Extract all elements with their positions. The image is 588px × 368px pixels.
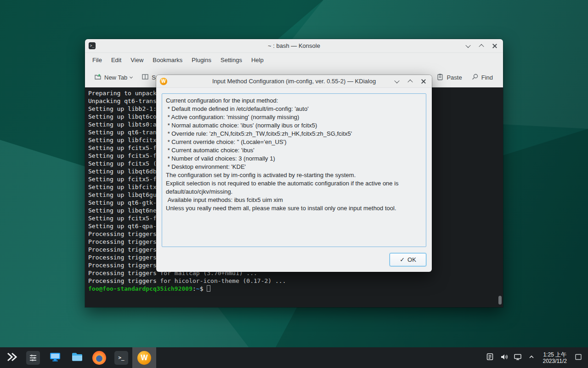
clock-date: 2023/11/2 — [543, 358, 567, 364]
prompt-symbol: $ — [200, 285, 204, 292]
im-config-icon: W — [160, 78, 167, 85]
dialog-message-line: * Desktop environment: 'KDE' — [166, 163, 422, 171]
chevron-down-icon — [130, 75, 133, 78]
dialog-message-line: Current configuration for the input meth… — [166, 97, 422, 105]
dialog-message-line: * Normal automatic choice: 'ibus' (norma… — [166, 121, 422, 130]
find-label: Find — [481, 74, 493, 81]
chevron-up-icon — [407, 79, 413, 84]
chevron-up-icon — [479, 44, 484, 49]
taskbar-item-file-manager[interactable] — [66, 347, 88, 368]
tray-volume-button[interactable] — [497, 347, 511, 368]
dialog-message-line: Unless you really need them all, please … — [166, 204, 422, 213]
show-desktop-icon — [575, 353, 582, 362]
close-icon — [421, 79, 426, 84]
menu-item-settings[interactable]: Settings — [216, 53, 247, 67]
menu-item-file[interactable]: File — [88, 53, 107, 67]
dialog-window-controls — [392, 77, 428, 86]
dialog-message-line: The configuration set by im-config is ac… — [166, 171, 422, 179]
folder-icon — [71, 351, 84, 365]
firefox-icon — [92, 351, 106, 365]
close-button[interactable] — [490, 41, 499, 51]
konsole-icon-glyph: >_ — [118, 355, 124, 361]
chevron-down-icon — [465, 42, 470, 47]
dialog-message-line: * Current override choice: '' (Locale='e… — [166, 138, 422, 146]
kdialog-titlebar[interactable]: W Input Method Configuration (im-config,… — [156, 75, 432, 88]
prompt-separator: : — [192, 285, 196, 292]
dialog-message-line: Explicit selection is not required to en… — [166, 179, 422, 196]
paste-icon — [436, 73, 444, 82]
dialog-message-line: * Active configuration: 'missing' (norma… — [166, 113, 422, 121]
ok-button[interactable]: ✓ OK — [390, 253, 426, 266]
check-icon: ✓ — [400, 256, 405, 263]
prompt-path: ~ — [196, 285, 200, 292]
menu-item-help[interactable]: Help — [247, 53, 268, 67]
paste-button[interactable]: Paste — [433, 70, 465, 85]
monitor-app-icon — [49, 351, 61, 365]
app-launcher-icon — [6, 351, 18, 365]
maximize-button[interactable] — [477, 41, 486, 51]
menu-item-edit[interactable]: Edit — [107, 53, 126, 67]
app-launcher-button[interactable] — [2, 347, 22, 368]
kdialog-window: W Input Method Configuration (im-config,… — [156, 75, 432, 272]
close-icon — [492, 43, 498, 49]
chevron-down-icon — [394, 78, 399, 83]
new-tab-icon — [94, 73, 102, 82]
window-title: ~ : bash — Konsole — [268, 42, 320, 49]
display-icon — [514, 353, 522, 363]
im-config-icon-letter: W — [161, 79, 165, 84]
new-tab-button[interactable]: New Tab — [90, 70, 136, 85]
konsole-icon-glyph: >_ — [90, 44, 95, 48]
konsole-icon: >_ — [89, 42, 96, 49]
taskbar-item-settings-tool[interactable] — [22, 347, 44, 368]
menu-item-plugins[interactable]: Plugins — [187, 53, 216, 67]
dialog-message-line: * Current automatic choice: 'ibus' — [166, 146, 422, 155]
dialog-message-line: * Number of valid choices: 3 (normally 1… — [166, 155, 422, 163]
dialog-title: Input Method Configuration (im-config, v… — [212, 78, 376, 85]
im-config-icon: W — [137, 351, 151, 365]
im-config-icon-letter: W — [141, 354, 147, 362]
dialog-body: Current configuration for the input meth… — [156, 88, 432, 272]
tray-display-button[interactable] — [511, 347, 525, 368]
dialog-message-line: Available input methods: ibus fcitx5 uim… — [166, 196, 422, 204]
dialog-message-line: * Default mode defined in /etc/default/i… — [166, 105, 422, 113]
window-controls — [464, 41, 499, 51]
terminal-line: Processing triggers for hicolor-icon-the… — [88, 277, 498, 285]
taskbar-item-konsole[interactable]: >_ — [110, 347, 132, 368]
terminal-prompt-line: foo@foo-standardpcq35ich92009:~$ — [88, 285, 498, 293]
show-desktop-button[interactable] — [571, 347, 585, 368]
sliders-icon — [26, 351, 40, 365]
ok-button-label: OK — [407, 256, 416, 263]
dialog-message-line: * Override rule: 'zh_CN,fcitx5:zh_TW,fci… — [166, 130, 422, 138]
split-view-icon — [141, 73, 149, 82]
volume-icon — [500, 353, 508, 363]
taskbar-item-firefox[interactable] — [88, 347, 110, 368]
taskbar-item-display-app[interactable] — [44, 347, 66, 368]
find-button[interactable]: Find — [468, 70, 497, 85]
clock-time: 1:25 上午 — [543, 351, 566, 358]
close-button[interactable] — [419, 77, 428, 86]
tray-expand-button[interactable] — [525, 347, 538, 368]
dialog-message-frame[interactable]: Current configuration for the input meth… — [162, 93, 426, 247]
taskbar: >_ W 1:25 上午 2023/11/2 — [0, 347, 588, 368]
taskbar-item-im-config-active[interactable]: W — [132, 347, 156, 368]
clock[interactable]: 1:25 上午 2023/11/2 — [538, 347, 572, 368]
menu-item-bookmarks[interactable]: Bookmarks — [148, 53, 187, 67]
konsole-icon: >_ — [114, 351, 128, 365]
maximize-button[interactable] — [406, 77, 415, 86]
konsole-titlebar[interactable]: >_ ~ : bash — Konsole — [85, 39, 503, 53]
paste-label: Paste — [447, 74, 462, 81]
tray-notifications-button[interactable] — [483, 347, 497, 368]
prompt-user-host: foo@foo-standardpcq35ich92009 — [88, 285, 192, 292]
desktop: >_ ~ : bash — Konsole File Edit View Boo… — [0, 0, 588, 368]
terminal-cursor — [207, 285, 210, 292]
menu-item-view[interactable]: View — [126, 53, 148, 67]
search-icon — [471, 73, 479, 82]
terminal-scrollbar-thumb[interactable] — [498, 296, 502, 305]
minimize-button[interactable] — [392, 77, 401, 86]
chevron-up-icon — [528, 353, 535, 362]
konsole-menubar: File Edit View Bookmarks Plugins Setting… — [85, 53, 503, 67]
notifications-icon — [486, 353, 494, 362]
minimize-button[interactable] — [464, 41, 473, 51]
new-tab-label: New Tab — [104, 74, 127, 81]
